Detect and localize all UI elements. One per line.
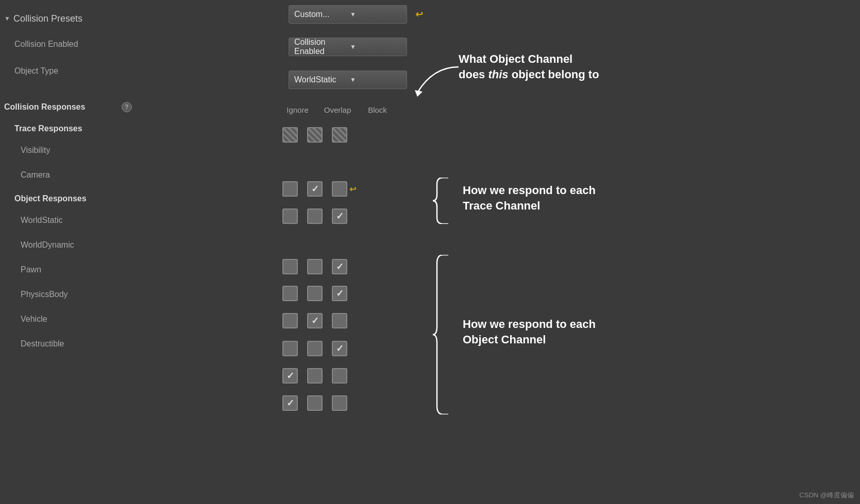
- pawn-block-checkbox[interactable]: [332, 313, 347, 328]
- main-container: ▼ Collision Presets Collision Enabled Ob…: [0, 0, 860, 504]
- object-type-value: WorldStatic: [294, 75, 346, 84]
- object-channel-text: What Object Channeldoes this object belo…: [459, 51, 634, 82]
- worlddynamic-ignore-checkbox[interactable]: [282, 286, 298, 301]
- physicsbody-block-checkbox[interactable]: [332, 341, 347, 356]
- camera-ignore-checkbox[interactable]: [282, 208, 298, 224]
- responses-overlap-checkbox[interactable]: [307, 127, 323, 143]
- trace-channel-text: How we respond to eachTrace Channel: [463, 183, 622, 213]
- col-header-overlap: Overlap: [324, 106, 351, 114]
- controls-overlay: Custom... ▼ ↩ Collision Enabled ▼ WorldS…: [0, 0, 860, 504]
- responses-ignore-checkbox[interactable]: [282, 127, 298, 143]
- presets-arrow-icon: ▼: [350, 11, 401, 18]
- col-header-ignore: Ignore: [286, 106, 309, 114]
- presets-reset-icon[interactable]: ↩: [415, 9, 423, 20]
- col-header-block: Block: [368, 106, 387, 114]
- physicsbody-ignore-checkbox[interactable]: [282, 341, 298, 356]
- watermark: CSDN @峰度偏偏: [799, 491, 854, 500]
- physicsbody-overlap-checkbox[interactable]: [307, 341, 323, 356]
- worldstatic-overlap-checkbox[interactable]: [307, 259, 323, 274]
- destructible-block-checkbox[interactable]: [332, 395, 347, 411]
- svg-marker-0: [415, 90, 423, 97]
- object-channel2-text: How we respond to eachObject Channel: [463, 317, 633, 347]
- visibility-ignore-checkbox[interactable]: [282, 181, 298, 197]
- responses-block-checkbox[interactable]: [332, 127, 347, 143]
- trace-channel-brace-icon: [433, 178, 459, 224]
- visibility-block-checkbox[interactable]: [332, 181, 347, 197]
- pawn-ignore-checkbox[interactable]: [282, 313, 298, 328]
- destructible-ignore-checkbox[interactable]: [282, 395, 298, 411]
- visibility-reset-icon[interactable]: ↩: [349, 184, 356, 194]
- presets-dropdown[interactable]: Custom... ▼: [289, 5, 407, 24]
- object-channel-arrow-icon: [402, 62, 464, 103]
- pawn-overlap-checkbox[interactable]: [307, 313, 323, 328]
- object-channel2-brace-icon: [433, 255, 459, 414]
- worlddynamic-overlap-checkbox[interactable]: [307, 286, 323, 301]
- presets-value: Custom...: [294, 10, 346, 19]
- collision-enabled-value: Collision Enabled: [294, 38, 346, 56]
- worldstatic-block-checkbox[interactable]: [332, 259, 347, 274]
- worldstatic-ignore-checkbox[interactable]: [282, 259, 298, 274]
- vehicle-block-checkbox[interactable]: [332, 368, 347, 384]
- vehicle-ignore-checkbox[interactable]: [282, 368, 298, 384]
- collision-enabled-arrow-icon: ▼: [350, 43, 401, 50]
- worlddynamic-block-checkbox[interactable]: [332, 286, 347, 301]
- vehicle-overlap-checkbox[interactable]: [307, 368, 323, 384]
- camera-overlap-checkbox[interactable]: [307, 208, 323, 224]
- camera-block-checkbox[interactable]: [332, 208, 347, 224]
- visibility-overlap-checkbox[interactable]: [307, 181, 323, 197]
- object-type-dropdown[interactable]: WorldStatic ▼: [289, 71, 407, 89]
- object-type-arrow-icon: ▼: [350, 76, 401, 83]
- destructible-overlap-checkbox[interactable]: [307, 395, 323, 411]
- collision-enabled-dropdown[interactable]: Collision Enabled ▼: [289, 38, 407, 56]
